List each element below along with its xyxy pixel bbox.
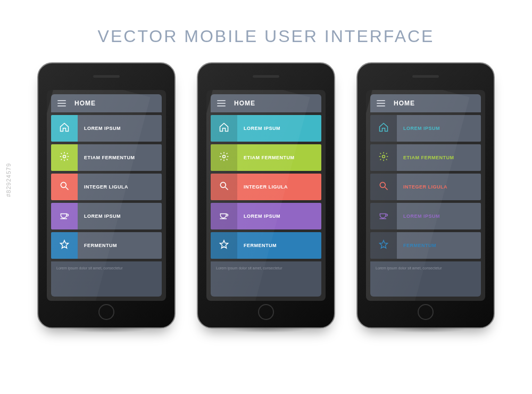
header-bar: HOME — [370, 94, 481, 112]
menu-label: LOREM IPSUM — [237, 203, 321, 229]
svg-point-11 — [380, 182, 385, 187]
menu-item-home[interactable]: LOREM IPSUM — [211, 115, 321, 142]
menu-label: LOREM IPSUM — [237, 115, 321, 142]
header-title: HOME — [394, 100, 415, 107]
menu-item-cup[interactable]: LOREM IPSUM — [370, 203, 481, 229]
svg-marker-4 — [61, 241, 69, 249]
menu-label: FERMENTUM — [237, 232, 321, 259]
menu-item-star[interactable]: FERMENTUM — [51, 232, 162, 259]
menu-label: ETIAM FERMENTUM — [397, 144, 481, 171]
page-title: VECTOR MOBILE USER INTERFACE — [0, 0, 532, 62]
home-icon — [219, 122, 229, 135]
hamburger-icon[interactable] — [377, 100, 385, 106]
menu-item-star[interactable]: FERMENTUM — [370, 232, 481, 259]
cup-icon — [378, 210, 389, 223]
screen-b: HOME LOREM IPSUM ETIAM FERMENTUM INTEGER… — [206, 90, 326, 301]
footer-text: Lorem ipsum dolor sit amet, consectetur — [376, 266, 442, 271]
svg-marker-14 — [380, 241, 388, 249]
header-bar: HOME — [51, 94, 162, 112]
search-icon — [59, 180, 70, 193]
footer-bar: Lorem ipsum dolor sit amet, consectetur — [211, 261, 321, 297]
header-title: HOME — [74, 100, 96, 107]
phone-mockup-a: HOME LOREM IPSUM ETIAM FERMENTUM INTEGER… — [37, 62, 176, 329]
menu-label: INTEGER LIGULA — [237, 174, 321, 200]
menu-label: INTEGER LIGULA — [397, 174, 481, 200]
svg-point-6 — [220, 182, 226, 187]
svg-line-2 — [66, 187, 69, 190]
footer-text: Lorem ipsum dolor sit amet, consectetur — [56, 266, 123, 271]
menu-label: LOREM IPSUM — [78, 203, 162, 229]
svg-marker-9 — [220, 241, 228, 249]
phones-row: HOME LOREM IPSUM ETIAM FERMENTUM INTEGER… — [0, 62, 532, 329]
svg-point-5 — [223, 155, 226, 158]
menu-item-settings[interactable]: ETIAM FERMENTUM — [51, 144, 162, 171]
screen-c: HOME LOREM IPSUM ETIAM FERMENTUM INTEGER… — [366, 90, 485, 301]
search-icon — [219, 180, 229, 193]
gear-icon — [59, 151, 70, 164]
menu-label: FERMENTUM — [78, 232, 162, 259]
menu-label: ETIAM FERMENTUM — [237, 144, 321, 171]
menu-label: FERMENTUM — [397, 232, 481, 259]
svg-point-0 — [63, 155, 66, 158]
gear-icon — [378, 151, 389, 164]
header-title: HOME — [234, 100, 255, 107]
search-icon — [378, 180, 389, 193]
menu-item-search[interactable]: INTEGER LIGULA — [51, 174, 162, 200]
header-bar: HOME — [211, 94, 321, 112]
footer-text: Lorem ipsum dolor sit amet, consectetur — [216, 266, 282, 271]
menu-item-search[interactable]: INTEGER LIGULA — [211, 174, 321, 200]
menu-label: ETIAM FERMENTUM — [78, 144, 162, 171]
home-icon — [378, 122, 389, 135]
cup-icon — [219, 210, 229, 223]
menu-item-settings[interactable]: ETIAM FERMENTUM — [211, 144, 321, 171]
menu-item-search[interactable]: INTEGER LIGULA — [370, 174, 481, 200]
star-icon — [59, 239, 70, 252]
phone-mockup-c: HOME LOREM IPSUM ETIAM FERMENTUM INTEGER… — [356, 62, 495, 329]
menu-item-star[interactable]: FERMENTUM — [211, 232, 321, 259]
menu-item-cup[interactable]: LOREM IPSUM — [51, 203, 162, 229]
phone-mockup-b: HOME LOREM IPSUM ETIAM FERMENTUM INTEGER… — [197, 62, 335, 329]
svg-point-1 — [61, 182, 66, 187]
watermark: #82924579 — [5, 163, 12, 197]
svg-line-12 — [385, 187, 388, 190]
menu-item-settings[interactable]: ETIAM FERMENTUM — [370, 144, 481, 171]
menu-label: INTEGER LIGULA — [78, 174, 162, 200]
star-icon — [378, 239, 389, 252]
footer-bar: Lorem ipsum dolor sit amet, consectetur — [51, 261, 162, 297]
svg-line-7 — [226, 187, 228, 190]
hamburger-icon[interactable] — [217, 100, 226, 106]
menu-label: LOREM IPSUM — [397, 203, 481, 229]
star-icon — [219, 239, 229, 252]
menu-label: LOREM IPSUM — [78, 115, 162, 142]
gear-icon — [219, 151, 229, 164]
footer-bar: Lorem ipsum dolor sit amet, consectetur — [370, 261, 481, 297]
menu-item-home[interactable]: LOREM IPSUM — [51, 115, 162, 142]
menu-item-cup[interactable]: LOREM IPSUM — [211, 203, 321, 229]
screen-a: HOME LOREM IPSUM ETIAM FERMENTUM INTEGER… — [47, 90, 166, 301]
cup-icon — [59, 210, 70, 223]
svg-point-10 — [383, 155, 385, 158]
menu-label: LOREM IPSUM — [397, 115, 481, 142]
menu-item-home[interactable]: LOREM IPSUM — [370, 115, 481, 142]
hamburger-icon[interactable] — [57, 100, 66, 106]
home-icon — [59, 122, 70, 135]
